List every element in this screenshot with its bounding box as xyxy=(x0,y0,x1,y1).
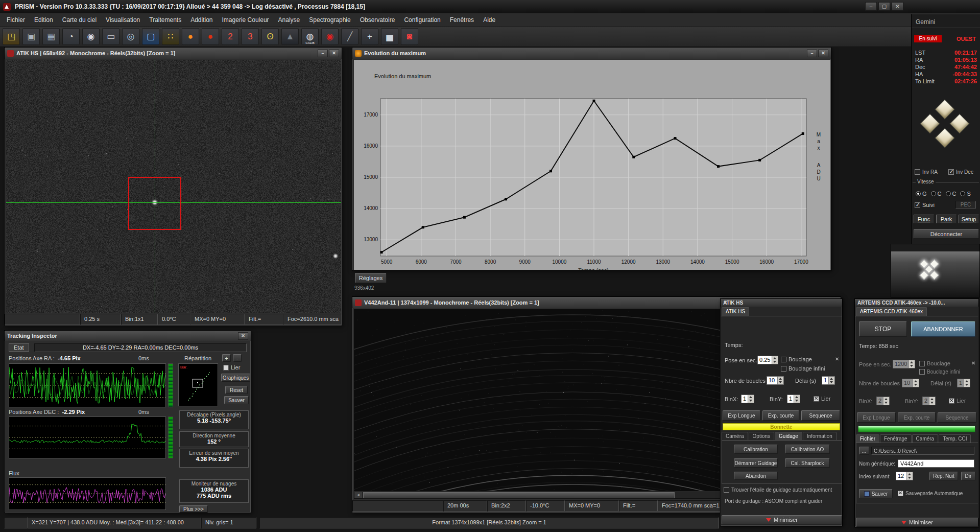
setup-button[interactable]: Setup xyxy=(959,215,979,223)
tab-cam-ra[interactable]: Caméra xyxy=(912,434,939,443)
app-maximize-button[interactable]: ▢ xyxy=(878,2,890,11)
compass-icon[interactable]: ◔ xyxy=(62,28,80,45)
exp-longue-button[interactable]: Exp Longue xyxy=(723,410,760,421)
menu-aide[interactable]: Aide xyxy=(479,14,500,26)
biny-input[interactable]: 1 xyxy=(787,395,800,403)
menu-addition[interactable]: Addition xyxy=(186,14,217,26)
speed-radio-s-3[interactable]: S xyxy=(960,189,970,198)
pec-button[interactable]: PEC xyxy=(955,201,976,209)
nbre-input[interactable]: 10 xyxy=(767,376,784,385)
speed-radio-g-0[interactable]: G xyxy=(916,189,927,198)
artemis-sequence-button[interactable]: Sequence xyxy=(938,412,976,423)
atik-close-button[interactable]: ✕ xyxy=(329,50,339,57)
app-close-button[interactable]: ✕ xyxy=(892,2,903,11)
menu-observatoire[interactable]: Observatoire xyxy=(355,14,400,26)
tab-fen-trage[interactable]: Fenêtrage xyxy=(880,434,912,443)
delai-input[interactable]: 1 xyxy=(822,376,835,385)
histogram-icon[interactable]: ▅ xyxy=(381,28,398,45)
mouse-icon[interactable]: ▭ xyxy=(102,28,119,45)
atik-panel-titlebar[interactable]: ATIK HS ✕ xyxy=(721,299,842,307)
park-button[interactable]: Park xyxy=(936,215,957,223)
rep-nuit-button[interactable]: Rep. Nuit xyxy=(929,472,958,480)
demarrer-guidage-button[interactable]: Démarrer Guidage xyxy=(734,458,778,468)
save-icon[interactable]: ▣ xyxy=(22,28,40,45)
repartition-plus-button[interactable]: + xyxy=(222,354,231,362)
calib-icon[interactable]: ◍CALIB xyxy=(301,28,319,45)
atik-window-titlebar[interactable]: ATIK HS | 658x492 - Monochrome - Réels(3… xyxy=(5,48,342,59)
pose-input[interactable]: 0.25 xyxy=(757,356,778,364)
record-icon[interactable]: ◉ xyxy=(321,28,339,45)
tab-temp-cci[interactable]: Temp. CCI xyxy=(939,434,971,443)
menu-traitements[interactable]: Traitements xyxy=(145,14,186,26)
tab-guidage[interactable]: Guidage xyxy=(775,432,802,440)
artemis-titlebar[interactable]: ARTEMIS CCD ATIK-460ex -> -10.0... xyxy=(855,299,978,307)
calibration-button[interactable]: Calibration xyxy=(734,445,778,454)
lier-bin-checkbox[interactable]: Lier xyxy=(814,396,830,402)
evolution-close-button[interactable]: ✕ xyxy=(818,50,828,57)
tab-information[interactable]: Information xyxy=(803,432,836,440)
artemis-lier-checkbox[interactable]: Lier xyxy=(949,398,966,404)
slew-south-button[interactable] xyxy=(935,128,955,148)
tab-atik-hs[interactable]: ATIK HS xyxy=(722,307,749,316)
slew-west-button[interactable] xyxy=(920,113,940,134)
menu-spectrographie[interactable]: Spectrographie xyxy=(304,14,355,26)
artemis-bouclage-checkbox[interactable]: Bouclage xyxy=(919,360,950,366)
reset-button[interactable]: Reset xyxy=(225,386,248,394)
planet-red-icon[interactable]: ● xyxy=(202,28,219,45)
stop-button[interactable]: STOP xyxy=(859,321,907,337)
scroll-left-icon[interactable]: ◄ xyxy=(354,492,362,498)
menu-fichier[interactable]: Fichier xyxy=(2,14,30,26)
func-button[interactable]: Func xyxy=(914,215,934,223)
menu-visualisation[interactable]: Visualisation xyxy=(101,14,145,26)
binx-input[interactable]: 1 xyxy=(741,395,754,403)
magnifier-icon[interactable]: ◎ xyxy=(122,28,139,45)
abandonner-button[interactable]: ABANDONNER xyxy=(911,321,975,337)
app-minimize-button[interactable]: – xyxy=(865,2,877,11)
sauvegarde-auto-checkbox[interactable]: Sauvegarde Automatique xyxy=(898,491,963,496)
artemis-exp-longue-button[interactable]: Exp Longue xyxy=(857,412,896,423)
sauver-button[interactable]: Sauver xyxy=(859,489,893,498)
trouver-etoile-checkbox[interactable]: Trouver l'étoile de guidage automatiquem… xyxy=(724,487,832,493)
atik-panel-close-icon[interactable]: ✕ xyxy=(723,300,727,306)
tab-artemis-ccd[interactable]: ARTEMIS CCD ATIK-460ex xyxy=(856,307,927,316)
planet-3-icon[interactable]: 3 xyxy=(242,28,259,45)
inv-ra-checkbox[interactable]: Inv RA xyxy=(915,169,938,175)
bonnette-bar[interactable]: Bonnette xyxy=(723,423,840,430)
line-tool-icon[interactable]: ╱ xyxy=(341,28,358,45)
abandon-button[interactable]: Abandon xyxy=(734,472,778,480)
bouclage-checkbox[interactable]: Bouclage xyxy=(781,356,812,362)
hand-tool-icon[interactable]: + xyxy=(361,28,378,45)
bouclage-infini-checkbox[interactable]: Bouclage infini xyxy=(781,365,825,372)
tracking-titlebar[interactable]: Tracking Inspector ✕ xyxy=(5,331,251,341)
pose-close-icon[interactable]: ✕ xyxy=(835,356,839,362)
tab-options[interactable]: Options xyxy=(749,432,774,440)
slew-east-button[interactable] xyxy=(949,113,970,134)
evolution-minimize-button[interactable]: – xyxy=(807,50,817,57)
speed-radio-c-1[interactable]: C xyxy=(931,189,942,198)
sequence-button[interactable]: Sequence xyxy=(801,410,840,421)
sauver-tracking-button[interactable]: Sauver xyxy=(224,396,249,404)
index-suivant-input[interactable]: 12 xyxy=(896,472,913,480)
app-titlebar[interactable]: PRISM - Version Pro 10.3.33.333 {TU : 16… xyxy=(0,0,980,13)
planet-2-icon[interactable]: 2 xyxy=(222,28,239,45)
exp-courte-button[interactable]: Exp. courte xyxy=(762,410,799,421)
calibration-ao-button[interactable]: Calibration AO xyxy=(785,445,830,454)
tab-fichier[interactable]: Fichier xyxy=(856,434,879,443)
screen-capture-icon[interactable]: ▢ xyxy=(142,28,159,45)
lier-checkbox[interactable]: Lier xyxy=(223,364,240,371)
menu-edition[interactable]: Edition xyxy=(30,14,58,26)
rocket-icon[interactable]: ▲ xyxy=(281,28,299,45)
speed-radio-c-2[interactable]: C xyxy=(946,189,957,198)
tab-cam-ra[interactable]: Caméra xyxy=(722,432,748,440)
exit-door-icon[interactable]: ◳ xyxy=(3,28,20,45)
menu-carte-du-ciel[interactable]: Carte du ciel xyxy=(58,14,101,26)
slew-north-button[interactable] xyxy=(935,99,955,120)
atik-minimize-button[interactable]: – xyxy=(318,50,328,57)
artemis-bouclage-infini-checkbox[interactable]: Bouclage infini xyxy=(919,369,960,375)
inv-dec-checkbox[interactable]: Inv Dec xyxy=(948,169,973,175)
menu-analyse[interactable]: Analyse xyxy=(274,14,305,26)
tracking-close-button[interactable]: ✕ xyxy=(238,332,248,340)
scroll-thumb[interactable] xyxy=(363,492,675,498)
camera-icon[interactable]: ◙ xyxy=(401,28,418,45)
nom-generique-input[interactable]: V442And xyxy=(898,459,974,468)
